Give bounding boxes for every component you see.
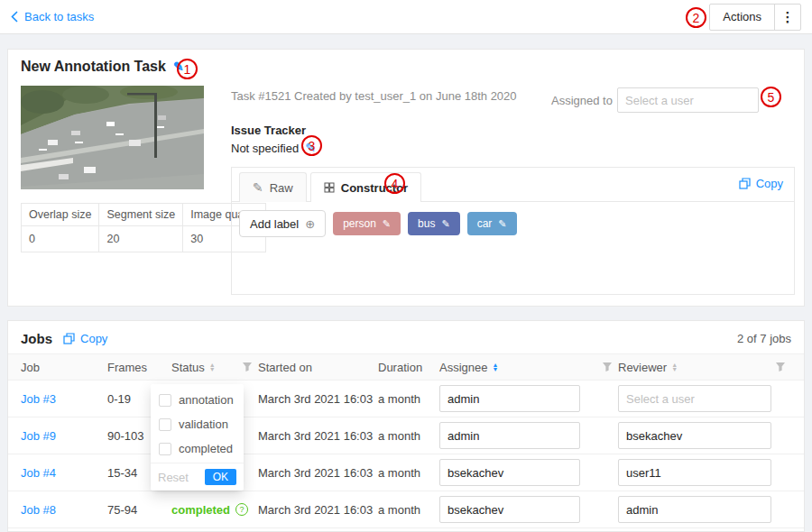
caret-down-icon: ▼ <box>209 367 216 371</box>
column-duration: Duration <box>378 361 439 374</box>
job-frames: 75-94 <box>107 503 171 517</box>
column-job: Job <box>21 361 107 374</box>
tab-constructor[interactable]: Constructor <box>310 172 421 202</box>
job-reviewer-input[interactable] <box>618 496 771 523</box>
filter-ok-button[interactable]: OK <box>205 469 236 485</box>
filter-option-validation[interactable]: validation <box>151 412 244 436</box>
table-row: Job #8 75-94 completed ? March 3rd 2021 … <box>8 491 804 528</box>
copy-jobs-link[interactable]: Copy <box>63 332 107 345</box>
job-started: March 3rd 2021 16:03 <box>258 503 378 517</box>
copy-icon <box>63 333 75 344</box>
checkbox[interactable] <box>159 394 171 407</box>
table-row: Job #3 0-19 March 3rd 2021 16:03 a month <box>8 381 804 417</box>
column-assignee-label: Assignee <box>439 361 487 374</box>
sort-carets[interactable]: ▲▼ <box>209 362 216 371</box>
actions-button[interactable]: Actions ⋮ <box>709 4 801 31</box>
tab-constructor-label: Constructor <box>341 181 408 195</box>
job-assignee-input[interactable] <box>439 422 580 449</box>
copy-icon <box>739 178 751 189</box>
top-bar: Back to tasks Actions ⋮ <box>0 0 812 34</box>
issue-tracker-value: Not specified <box>231 142 299 155</box>
label-badge-person[interactable]: person ✎ <box>333 212 401 235</box>
job-link[interactable]: Job #3 <box>21 392 107 406</box>
filter-option-label: completed <box>179 442 233 455</box>
jobs-title: Jobs <box>21 331 52 346</box>
filter-option-annotation[interactable]: annotation <box>151 388 244 412</box>
label-badge-bus[interactable]: bus ✎ <box>408 212 460 235</box>
edit-label-icon[interactable]: ✎ <box>498 218 506 230</box>
copy-labels-link[interactable]: Copy <box>739 177 783 190</box>
add-label-button[interactable]: Add label ⊕ <box>239 210 326 237</box>
checkbox[interactable] <box>159 443 171 455</box>
assigned-to-label: Assigned to <box>551 94 613 107</box>
job-assignee-input[interactable] <box>439 496 580 523</box>
job-link[interactable]: Job #8 <box>21 503 107 517</box>
column-status-label: Status <box>171 361 205 374</box>
status-filter-dropdown: annotation validation completed Reset OK <box>151 384 244 491</box>
task-parameters-table: Overlap size Segment size Image quality … <box>21 203 266 252</box>
column-status[interactable]: Status ▲▼ <box>171 361 258 374</box>
chevron-left-icon <box>11 11 18 23</box>
column-started-on: Started on <box>258 361 378 374</box>
filter-reset-button[interactable]: Reset <box>158 471 189 484</box>
label-badge-car[interactable]: car ✎ <box>467 212 517 235</box>
task-page: Back to tasks Actions ⋮ New Annotation T… <box>0 0 812 532</box>
task-title-row: New Annotation Task ✎ <box>21 59 184 75</box>
sort-carets[interactable]: ▲▼ <box>671 362 678 371</box>
job-assignee-input[interactable] <box>439 385 580 412</box>
question-circle-icon[interactable]: ? <box>235 503 248 516</box>
job-duration: a month <box>378 503 439 517</box>
edit-issue-tracker-icon[interactable]: ✎ <box>305 141 316 155</box>
plus-circle-icon: ⊕ <box>305 217 315 231</box>
back-to-tasks-link[interactable]: Back to tasks <box>11 10 94 23</box>
task-assignee-input[interactable] <box>617 87 759 113</box>
checkbox[interactable] <box>159 418 171 431</box>
filter-option-completed[interactable]: completed <box>151 436 244 461</box>
edit-label-icon[interactable]: ✎ <box>441 218 449 230</box>
task-details-card: New Annotation Task ✎ <box>7 49 805 307</box>
table-row: Job #4 15-34 March 3rd 2021 16:03 a mont… <box>8 454 804 491</box>
tab-raw[interactable]: ✎ Raw <box>239 172 307 202</box>
column-frames: Frames <box>107 361 171 374</box>
job-assignee-input[interactable] <box>439 459 580 486</box>
filter-option-label: validation <box>179 417 228 431</box>
labels-list: Add label ⊕ person ✎ bus ✎ car ✎ <box>232 202 794 245</box>
filter-footer: Reset OK <box>151 463 244 491</box>
param-value-overlap: 0 <box>22 226 99 252</box>
status-filter-icon[interactable] <box>242 362 253 372</box>
task-meta-text: Task #1521 Created by test_user_1 on Jun… <box>231 89 517 103</box>
column-reviewer[interactable]: Reviewer ▲▼ <box>618 361 791 374</box>
jobs-table-header: Job Frames Status ▲▼ Started on Duration… <box>8 353 804 381</box>
job-status: completed <box>171 503 230 517</box>
edit-title-icon[interactable]: ✎ <box>173 60 184 74</box>
job-reviewer-input[interactable] <box>618 422 771 449</box>
job-duration: a month <box>378 429 439 443</box>
param-header-segment: Segment size <box>99 204 183 226</box>
add-label-text: Add label <box>250 217 299 231</box>
job-link[interactable]: Job #4 <box>21 466 107 480</box>
job-link[interactable]: Job #9 <box>21 429 107 443</box>
sort-carets[interactable]: ▲▼ <box>492 362 498 371</box>
reviewer-filter-icon[interactable] <box>775 362 786 372</box>
caret-down-icon: ▼ <box>492 367 498 371</box>
page-title: New Annotation Task <box>21 59 166 75</box>
caret-down-icon: ▼ <box>671 367 678 371</box>
column-assignee[interactable]: Assignee ▲▼ <box>439 361 618 374</box>
edit-label-icon[interactable]: ✎ <box>383 218 391 230</box>
job-reviewer-input[interactable] <box>618 385 771 412</box>
jobs-header: Jobs Copy 2 of 7 jobs <box>8 321 804 353</box>
assignee-filter-icon[interactable] <box>602 362 613 372</box>
issue-tracker-value-row: Not specified ✎ <box>231 141 316 155</box>
job-started: March 3rd 2021 16:03 <box>258 466 378 480</box>
job-started: March 3rd 2021 16:03 <box>258 429 378 443</box>
table-row: Job #9 90-103 March 3rd 2021 16:03 a mon… <box>8 417 804 454</box>
param-header-overlap: Overlap size <box>22 204 99 226</box>
issue-tracker-label: Issue Tracker <box>231 124 306 137</box>
tab-raw-label: Raw <box>270 181 293 195</box>
job-started: March 3rd 2021 16:03 <box>258 392 378 406</box>
label-name: person <box>343 217 376 230</box>
raw-edit-icon: ✎ <box>253 180 263 195</box>
more-vertical-icon[interactable]: ⋮ <box>775 5 800 30</box>
label-name: bus <box>418 217 435 230</box>
job-reviewer-input[interactable] <box>618 459 771 486</box>
